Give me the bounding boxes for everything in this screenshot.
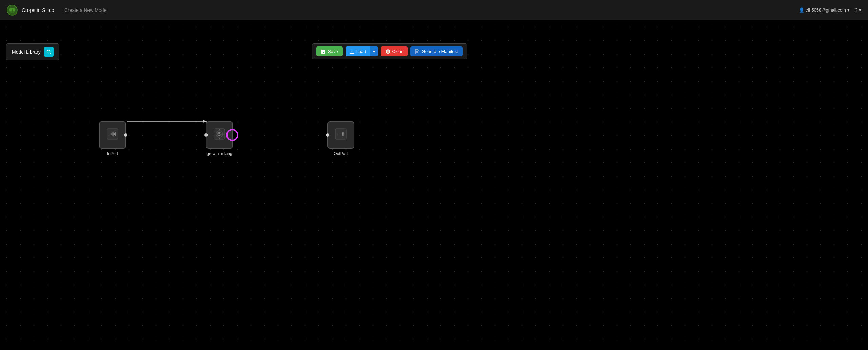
toolbar: Save Load ▾ Clear (312, 43, 467, 59)
outport-icon (335, 128, 347, 142)
node-inport[interactable]: InPort (99, 121, 126, 156)
inport-node-box[interactable] (99, 121, 126, 149)
connections-svg (0, 41, 868, 350)
load-dropdown-button[interactable]: ▾ (370, 46, 378, 56)
svg-text:5: 5 (218, 131, 221, 137)
outport-label: OutPort (334, 151, 348, 156)
node-growth-mlang[interactable]: 5 growth_mlang (206, 121, 233, 156)
navbar: Crops in Silico Create a New Model 👤 cfh… (0, 0, 868, 20)
growth-icon: 5 (213, 128, 225, 142)
load-chevron-icon: ▾ (373, 49, 375, 54)
outport-node-box[interactable] (327, 121, 354, 149)
breadcrumb: Create a New Model (64, 7, 108, 13)
load-button-group: Load ▾ (346, 46, 378, 56)
growth-label: growth_mlang (206, 151, 232, 156)
growth-input-port[interactable] (204, 133, 208, 137)
save-button[interactable]: Save (316, 46, 343, 56)
outport-input-port[interactable] (326, 133, 329, 137)
model-library-search-button[interactable] (44, 47, 54, 57)
load-button[interactable]: Load (346, 46, 370, 56)
inport-icon (106, 128, 119, 142)
user-email: cfh5058@gmail.com (806, 7, 846, 13)
svg-line-6 (50, 53, 51, 54)
help-chevron-icon: ▾ (859, 7, 861, 13)
app-logo (7, 5, 18, 16)
node-outport[interactable]: OutPort (327, 121, 354, 156)
growth-node-box[interactable]: 5 (206, 121, 233, 149)
model-library-label: Model Library (12, 49, 41, 55)
user-menu[interactable]: 👤 cfh5058@gmail.com ▾ (799, 7, 850, 13)
user-icon: 👤 (799, 7, 804, 13)
app-name: Crops in Silico (22, 7, 54, 13)
growth-active-indicator (226, 129, 238, 141)
model-library-panel: Model Library (6, 43, 59, 60)
help-menu[interactable]: ? ▾ (855, 7, 861, 13)
generate-manifest-button[interactable]: Generate Manifest (410, 46, 463, 56)
inport-output-port[interactable] (124, 133, 127, 137)
inport-label: InPort (107, 151, 118, 156)
clear-button[interactable]: Clear (381, 46, 408, 56)
canvas-area: Model Library Save Load ▾ (0, 20, 868, 350)
help-icon: ? (855, 7, 857, 13)
navbar-right: 👤 cfh5058@gmail.com ▾ ? ▾ (799, 7, 861, 13)
svg-rect-26 (343, 132, 344, 136)
user-chevron-icon: ▾ (847, 7, 850, 13)
